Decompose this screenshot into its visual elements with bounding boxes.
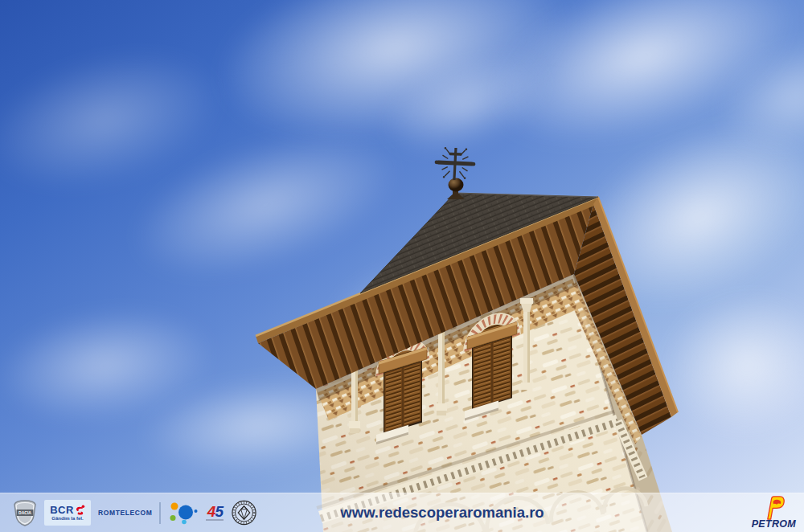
anniversary-45-bar [206, 519, 224, 521]
seal-logo[interactable] [231, 499, 257, 526]
anniversary-45-logo[interactable]: 45 [206, 505, 224, 521]
colored-dots-logo[interactable] [168, 501, 199, 525]
bcr-erste-s-icon [76, 505, 85, 515]
website-url[interactable]: www.redescoperaromania.ro [340, 504, 544, 522]
digit-4: 4 [207, 503, 215, 520]
digit-5: 5 [215, 503, 223, 520]
bcr-label: BCR [50, 505, 74, 515]
sponsor-logos: DACIA BCR Gândim la fel. ROMTELECOM [13, 493, 257, 532]
petrom-p-icon [762, 496, 786, 520]
bcr-tagline: Gândim la fel. [51, 516, 83, 521]
petrom-logo[interactable]: PETROM [752, 496, 796, 530]
dacia-logo[interactable]: DACIA [13, 500, 37, 526]
romtelecom-logo[interactable]: ROMTELECOM [98, 509, 152, 517]
dacia-label: DACIA [18, 509, 31, 514]
photo-stage: DACIA BCR Gândim la fel. ROMTELECOM [0, 0, 804, 532]
orthodox-cross [434, 146, 477, 181]
bcr-logo[interactable]: BCR Gândim la fel. [44, 500, 91, 526]
footer-separator [159, 502, 161, 524]
church-tower [0, 0, 804, 532]
sponsor-footer: DACIA BCR Gândim la fel. ROMTELECOM [0, 493, 804, 532]
roof-ball-finial [449, 178, 464, 192]
petrom-label: PETROM [752, 518, 796, 530]
